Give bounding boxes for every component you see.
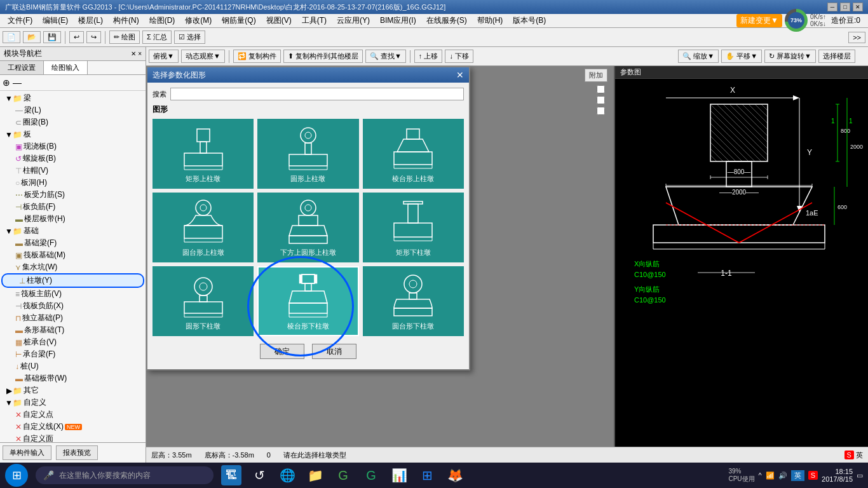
find-button[interactable]: 🔍 查找▼ — [365, 50, 406, 63]
menu-edit[interactable]: 编辑(E) — [37, 14, 73, 27]
taskbar-app-icon-6[interactable]: G — [361, 465, 381, 485]
shape-circle-lower-pier[interactable]: 圆形下柱墩 — [153, 266, 254, 336]
menu-online[interactable]: 在线服务(S) — [421, 14, 472, 27]
tree-item-pile[interactable]: ↓ 桩(U) — [1, 360, 144, 372]
taskbar-app-icon-1[interactable]: 🏗 — [221, 465, 241, 485]
sogou-taskbar[interactable]: S — [808, 471, 818, 480]
menu-pricing[interactable]: 造价豆:0 — [826, 14, 865, 27]
select-floor-button[interactable]: 选择楼层 — [818, 50, 855, 63]
tree-item-plate-group[interactable]: ▼ 📁 板 — [1, 128, 144, 140]
menu-cloud[interactable]: 云应用(Y) — [332, 14, 375, 27]
checkbox1[interactable] — [597, 85, 605, 93]
close-button[interactable]: ✕ — [853, 3, 863, 11]
input-method-taskbar[interactable]: 英 — [791, 470, 804, 481]
tree-item-plate-neg-rebar[interactable]: ⊣ 板负筋(F) — [1, 201, 144, 213]
tree-item-foundation-beam[interactable]: ▬ 基础梁(F) — [1, 237, 144, 249]
show-desktop-icon[interactable]: ▭ — [857, 471, 863, 480]
tree-item-raft-neg-rebar[interactable]: ⊣ 筏板负筋(X) — [1, 300, 144, 312]
menu-modify[interactable]: 修改(M) — [180, 14, 217, 27]
top-view-button[interactable]: 俯视▼ — [149, 50, 179, 63]
shape-pyramid-upper-pier[interactable]: 棱台形上柱墩 — [363, 119, 464, 189]
tab-project-setup[interactable]: 工程设置 — [0, 61, 44, 74]
tree-item-custom-line[interactable]: ✕ 自定义线(X) NEW — [1, 421, 144, 433]
tree-item-plate-hole[interactable]: ○ 板洞(H) — [1, 177, 144, 189]
save-button[interactable]: 💾 — [43, 31, 61, 43]
tree-item-others[interactable]: ▶ 📁 其它 — [1, 384, 144, 396]
search-input[interactable] — [170, 88, 464, 100]
tree-item-cast-plate[interactable]: ▣ 现浇板(B) — [1, 140, 144, 152]
menu-help[interactable]: 帮助(H) — [472, 14, 508, 27]
zoom-button[interactable]: 🔍 缩放▼ — [678, 50, 719, 63]
cancel-button[interactable]: 取消 — [312, 344, 356, 359]
tree-item-strip-foundation[interactable]: ▬ 条形基础(T) — [1, 324, 144, 336]
menu-new-change[interactable]: 新建变更▼ — [736, 14, 782, 27]
tree-item-floor-band[interactable]: ▬ 楼层板带(H) — [1, 213, 144, 225]
menu-bim[interactable]: BIM应用(I) — [375, 14, 421, 27]
shape-circle-upper-pier[interactable]: 圆形上柱墩 — [257, 119, 358, 189]
taskbar-app-icon-9[interactable]: 🦊 — [445, 465, 465, 485]
copy-to-floor-button[interactable]: ⬆ 复制构件到其他楼层 — [283, 50, 363, 63]
expand-icon[interactable]: ^ — [759, 471, 762, 479]
menu-component[interactable]: 构件(N) — [108, 14, 144, 27]
rotate-button[interactable]: ↻ 屏幕旋转▼ — [764, 50, 816, 63]
tree-item-beam[interactable]: — 梁(L) — [1, 104, 144, 116]
taskbar-app-icon-8[interactable]: ⊞ — [417, 465, 437, 485]
tree-item-column-cap[interactable]: ⊤ 柱帽(V) — [1, 165, 144, 177]
shape-cone-lower-pier[interactable]: 圆台形下柱墩 — [363, 266, 464, 336]
taskbar-app-icon-2[interactable]: ↺ — [249, 465, 269, 485]
shape-rect-lower-pier[interactable]: 矩形下柱墩 — [363, 193, 464, 262]
tree-item-custom-group[interactable]: ▼ 📁 自定义 — [1, 396, 144, 409]
tree-item-pile-cap[interactable]: ▦ 桩承台(V) — [1, 336, 144, 348]
more-button[interactable]: >> — [848, 32, 865, 43]
tree-item-pier[interactable]: ⊥ 柱墩(Y) — [1, 273, 144, 288]
tab-drawing-input[interactable]: 绘图输入 — [44, 61, 88, 74]
undo-button[interactable]: ↩ — [69, 31, 84, 43]
tree-item-raft-main-rebar[interactable]: ≡ 筏板主筋(V) — [1, 288, 144, 300]
menu-draw[interactable]: 绘图(D) — [144, 14, 180, 27]
tree-item-foundation-band[interactable]: ▬ 基础板带(W) — [1, 372, 144, 384]
tree-item-cap-beam[interactable]: ⊢ 承台梁(F) — [1, 348, 144, 360]
windows-start-button[interactable]: ⊞ — [5, 464, 28, 487]
taskbar-search[interactable]: 🎤 在这里输入你要搜索的内容 — [36, 466, 214, 484]
add-icon[interactable]: ⊕ — [3, 78, 10, 88]
menu-view[interactable]: 视图(V) — [261, 14, 297, 27]
tree-item-custom-face[interactable]: ✕ 自定义面 — [1, 433, 144, 442]
shape-pyramid-lower-pier[interactable]: 棱台形下柱墩 — [257, 266, 358, 336]
checkbox3[interactable] — [597, 107, 605, 115]
menu-tools[interactable]: 工具(T) — [297, 14, 332, 27]
taskbar-app-icon-5[interactable]: G — [333, 465, 353, 485]
tree-item-isolated-foundation[interactable]: ⊓ 独立基础(P) — [1, 312, 144, 324]
single-component-input[interactable]: 单构件输入 — [3, 445, 51, 460]
dialog-close-button[interactable]: ✕ — [456, 70, 464, 80]
move-up-button[interactable]: ↑ 上移 — [414, 50, 443, 63]
pan-button[interactable]: ✋ 平移▼ — [721, 50, 762, 63]
shape-rect-circle-upper-pier[interactable]: 下方上圆形上柱墩 — [257, 193, 358, 262]
dynamic-view-button[interactable]: 动态观察▼ — [181, 50, 225, 63]
tree-item-raft[interactable]: ▣ 筏板基础(M) — [1, 249, 144, 261]
tree-item-sump[interactable]: ⋎ 集水坑(W) — [1, 261, 144, 273]
tree-item-ring-beam[interactable]: ⊂ 圈梁(B) — [1, 116, 144, 128]
shape-cone-upper-pier[interactable]: 圆台形上柱墩 — [153, 193, 254, 262]
menu-rebar[interactable]: 钢筋量(Q) — [217, 14, 261, 27]
menu-floor[interactable]: 楼层(L) — [73, 14, 108, 27]
report-preview[interactable]: 报表预览 — [56, 445, 98, 460]
shape-rect-upper-pier[interactable]: 矩形上柱墩 — [153, 119, 254, 189]
new-button[interactable]: 📄 — [3, 31, 20, 43]
tree-item-spiral-plate[interactable]: ↺ 螺旋板(B) — [1, 152, 144, 165]
redo-button[interactable]: ↪ — [86, 31, 101, 43]
maximize-button[interactable]: □ — [840, 3, 850, 11]
checkbox2[interactable] — [597, 96, 605, 104]
taskbar-app-icon-3[interactable]: 🌐 — [277, 465, 297, 485]
draw-button[interactable]: ✏ 绘图 — [109, 30, 140, 44]
minimize-button[interactable]: ─ — [827, 3, 837, 11]
sidebar-close[interactable]: ✕ × — [131, 50, 142, 57]
tree-item-foundation-group[interactable]: ▼ 📁 基础 — [1, 225, 144, 237]
taskbar-app-icon-4[interactable]: 📁 — [305, 465, 325, 485]
menu-file[interactable]: 文件(F) — [3, 14, 37, 27]
taskbar-app-icon-7[interactable]: 📊 — [389, 465, 409, 485]
tree-item-plate-stress-rebar[interactable]: ⋯ 板受力筋(S) — [1, 189, 144, 201]
menu-version[interactable]: 版本号(B) — [508, 14, 551, 27]
tree-item-beam-group[interactable]: ▼ 📁 梁 — [1, 92, 144, 104]
sum-button[interactable]: Σ 汇总 — [142, 30, 172, 44]
minus-icon[interactable]: — — [13, 78, 22, 88]
